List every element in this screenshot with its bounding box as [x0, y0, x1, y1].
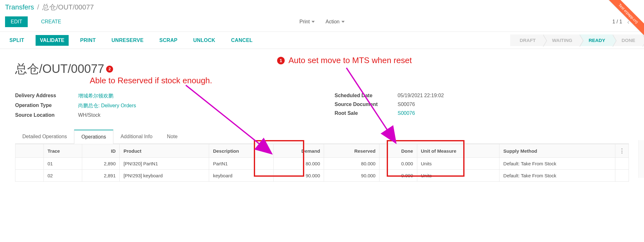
cancel-button[interactable]: CANCEL [227, 35, 257, 46]
field-label: Operation Type [15, 103, 78, 109]
cell-done: 0.000 [379, 158, 417, 170]
cell-supply: Default: Take From Stock [499, 158, 615, 170]
action-label: Action [326, 19, 339, 25]
scroll-track[interactable] [638, 140, 644, 178]
page-title: 总仓/OUT/00077 [15, 61, 104, 77]
scrap-button[interactable]: SCRAP [155, 35, 182, 46]
create-button[interactable]: CREATE [35, 16, 67, 27]
col-description[interactable]: Description [209, 144, 274, 158]
print-dropdown[interactable]: Print [299, 19, 315, 25]
cell-trace: 01 [44, 158, 82, 170]
scheduled-date-value: 05/19/2021 22:19:02 [398, 93, 444, 98]
unlock-button[interactable]: UNLOCK [189, 35, 219, 46]
source-location-value: WH/Stock [78, 112, 100, 118]
cell-id: 2,890 [82, 158, 120, 170]
breadcrumb-sep: / [37, 3, 39, 11]
col-reserved[interactable]: Reserved [324, 144, 379, 158]
status-done[interactable]: DONE [612, 34, 642, 46]
cell-uom: Units [417, 170, 499, 182]
field-label: Delivery Address [15, 93, 78, 99]
table-header-row: Trace ID Product Description Demand Rese… [15, 144, 629, 158]
field-label: Source Location [15, 112, 78, 118]
title-badge: 2 [106, 66, 113, 73]
delivery-address-value[interactable]: 增城希尔顿欢鹏 [78, 93, 113, 99]
cell-description: keyboard [209, 170, 274, 182]
cell-trace: 02 [44, 170, 82, 182]
root-sale-value[interactable]: S00076 [398, 110, 415, 116]
col-supply[interactable]: Supply Method [499, 144, 615, 158]
caret-down-icon [312, 21, 315, 23]
validate-button[interactable]: VALIDATE [36, 35, 69, 46]
table-row[interactable]: 01 2,890 [PN!320] PartN1 PartN1 80.000 8… [15, 158, 629, 170]
cell-demand: 80.000 [274, 158, 324, 170]
col-blank [15, 144, 44, 158]
cell-product: [PN!320] PartN1 [120, 158, 209, 170]
status-ready[interactable]: READY [579, 34, 612, 46]
tab-operations[interactable]: Operations [74, 130, 113, 144]
status-waiting[interactable]: WAITING [543, 34, 579, 46]
cell-demand: 90.000 [274, 170, 324, 182]
pager-prev[interactable]: ‹ [626, 18, 631, 26]
edit-button[interactable]: EDIT [5, 16, 28, 27]
col-uom[interactable]: Unit of Measure [417, 144, 499, 158]
action-dropdown[interactable]: Action [326, 19, 345, 25]
breadcrumb: Transfers / 总仓/OUT/00077 [5, 3, 94, 12]
col-demand[interactable]: Demand [274, 144, 324, 158]
col-trace[interactable]: Trace [44, 144, 82, 158]
caret-down-icon [341, 21, 345, 23]
field-label: Root Sale [335, 110, 398, 116]
cell-uom: Units [417, 158, 499, 170]
cell-supply: Default: Take From Stock [499, 170, 615, 182]
col-done[interactable]: Done [379, 144, 417, 158]
status-draft[interactable]: DRAFT [510, 34, 543, 46]
cell-product: [PN!293] keyboard [120, 170, 209, 182]
cell-done: 0.000 [379, 170, 417, 182]
tab-detailed-operations[interactable]: Detailed Operations [15, 130, 74, 144]
print-button[interactable]: PRINT [76, 35, 100, 46]
cell-id: 2,891 [82, 170, 120, 182]
source-document-value: S00076 [398, 102, 415, 107]
col-product[interactable]: Product [120, 144, 209, 158]
unreserve-button[interactable]: UNRESERVE [107, 35, 148, 46]
tab-note[interactable]: Note [160, 130, 185, 144]
pager-next[interactable]: › [634, 18, 639, 26]
split-button[interactable]: SPLIT [5, 35, 29, 46]
breadcrumb-current: 总仓/OUT/00077 [42, 3, 94, 12]
cell-reserved: 90.000 [324, 170, 379, 182]
breadcrumb-root[interactable]: Transfers [5, 3, 34, 11]
table-row[interactable]: 02 2,891 [PN!293] keyboard keyboard 90.0… [15, 170, 629, 182]
cell-description: PartN1 [209, 158, 274, 170]
field-label: Source Document [335, 102, 398, 107]
cell-reserved: 80.000 [324, 158, 379, 170]
status-bar: DRAFT WAITING READY DONE [510, 34, 642, 46]
pager-text: 1 / 1 [613, 19, 622, 25]
field-label: Scheduled Date [335, 93, 398, 98]
col-id[interactable]: ID [82, 144, 120, 158]
tab-additional-info[interactable]: Additional Info [113, 130, 160, 144]
operation-type-value[interactable]: 尚鹏总仓: Delivery Orders [78, 103, 136, 109]
col-kebab[interactable]: ⋮ [615, 144, 629, 158]
print-label: Print [299, 19, 310, 25]
operations-table: Trace ID Product Description Demand Rese… [15, 144, 629, 182]
